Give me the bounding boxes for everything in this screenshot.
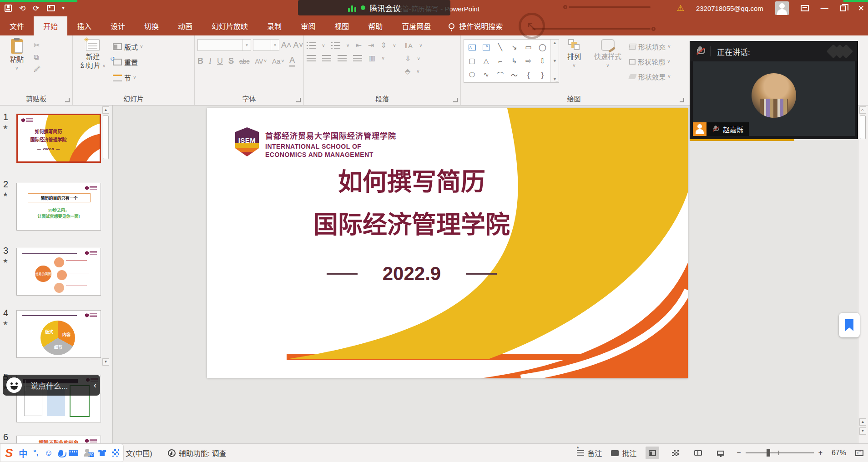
dialog-launcher-icon[interactable] — [296, 98, 301, 102]
elbow-connector-icon[interactable]: ⌐ — [498, 57, 502, 65]
new-slide-button[interactable]: 新建 幻灯片 ˅ — [76, 39, 110, 93]
scroll-down-icon[interactable]: ▼ — [102, 358, 109, 366]
align-left-icon[interactable] — [307, 55, 316, 61]
line-spacing-icon[interactable]: ⇕ — [381, 42, 387, 49]
account-email[interactable]: 2320718055@qq.com — [696, 5, 763, 12]
layout-button[interactable]: 版式˅ — [113, 42, 143, 51]
shape-outline-button[interactable]: 形状轮廓˅ — [629, 57, 671, 66]
ime-voice-icon[interactable] — [59, 450, 63, 456]
grow-font-icon[interactable]: A˄ — [281, 41, 292, 49]
underline-button[interactable]: U — [217, 56, 223, 66]
ime-toolbar[interactable]: S 中 °, ☺ 20 — [0, 444, 124, 462]
warning-icon[interactable]: ⚠ — [677, 3, 684, 13]
ime-punctuation[interactable]: °, — [33, 449, 38, 457]
textbox-shape-icon[interactable]: A — [469, 45, 476, 50]
slide-thumbnail-3[interactable]: 优秀的简历 — [16, 248, 101, 296]
ime-toolbox-icon[interactable] — [112, 449, 119, 457]
normal-view-button[interactable] — [646, 447, 659, 459]
right-brace-shape-icon[interactable]: } — [541, 71, 544, 79]
tab-help[interactable]: 帮助 — [358, 16, 392, 35]
character-spacing-button[interactable]: AV˅ — [255, 58, 267, 65]
ime-language-label[interactable]: 文(中国) — [126, 447, 152, 458]
vertical-textbox-shape-icon[interactable]: A — [483, 45, 490, 50]
emoji-icon[interactable] — [6, 377, 22, 393]
notes-button[interactable]: 备注 — [577, 447, 602, 458]
shapes-gallery[interactable]: A A ╲ ↘ ▭ ◯ ▢ △ ⌐ ↳ ⇨ ⇩ ⬡ ∿ ⌒ 〜 { } ▲ — [464, 39, 559, 83]
line-shape-icon[interactable]: ╲ — [498, 43, 502, 51]
tab-home[interactable]: 开始 — [34, 16, 67, 35]
freeform-shape-icon[interactable]: ⬡ — [469, 70, 475, 79]
arrow-shape-icon[interactable]: ↘ — [511, 43, 517, 51]
dialog-launcher-icon[interactable] — [65, 98, 70, 102]
ime-login-icon[interactable]: 20 — [84, 449, 93, 457]
scroll-up-icon[interactable]: ᨈ — [859, 106, 866, 114]
bold-button[interactable]: B — [197, 56, 203, 66]
scrollbar-thumb[interactable] — [860, 116, 866, 139]
slide-thumbnail-4[interactable]: 版式 内容 细节 — [16, 310, 101, 358]
tab-baidu-netdisk[interactable]: 百度网盘 — [392, 16, 440, 35]
text-direction-icon[interactable]: ‖A — [405, 42, 413, 50]
dialog-launcher-icon[interactable] — [453, 98, 458, 102]
shape-effects-button[interactable]: 形状效果˅ — [629, 72, 671, 81]
reset-button[interactable]: 重置 — [113, 57, 143, 67]
tab-file[interactable]: 文件 — [0, 16, 34, 35]
align-text-icon[interactable]: ⇳ — [405, 55, 411, 62]
zoom-track[interactable] — [746, 452, 814, 453]
slide-sorter-view-button[interactable] — [668, 447, 682, 459]
scrollbar-thumb[interactable] — [103, 116, 109, 159]
tab-design[interactable]: 设计 — [101, 16, 135, 35]
tab-insert[interactable]: 插入 — [67, 16, 101, 35]
format-painter-icon[interactable]: 🖉 — [34, 65, 41, 73]
numbering-icon[interactable] — [331, 42, 340, 49]
fit-slide-to-window-icon[interactable] — [855, 450, 863, 456]
slide-thumbnail-2[interactable]: 简历的目的只有一个 20秒之内， 让面试官想要见你一面! — [16, 183, 101, 231]
minimize-button[interactable]: — — [821, 4, 828, 13]
slide-thumbnail-1[interactable]: 如何撰写简历 国际经济管理学院 — 2022.9 — — [16, 114, 101, 163]
thumbnail-scrollbar[interactable]: ▲ ▼ — [102, 105, 110, 443]
bullets-icon[interactable] — [307, 42, 316, 49]
shadow-button[interactable]: S — [228, 56, 234, 66]
gallery-expand-icon[interactable]: ▼̲ — [553, 77, 557, 81]
bookmark-button[interactable] — [839, 313, 860, 337]
strikethrough-button[interactable]: abc — [239, 58, 250, 65]
zoom-in-icon[interactable]: + — [818, 449, 823, 457]
elbow-arrow-connector-icon[interactable]: ↳ — [511, 57, 517, 65]
restore-button[interactable] — [840, 5, 846, 11]
zoom-thumb[interactable] — [767, 449, 770, 457]
font-name-combo[interactable]: ▾ — [197, 39, 251, 51]
ime-keyboard-icon[interactable] — [69, 450, 78, 456]
tab-review[interactable]: 审阅 — [291, 16, 325, 35]
justify-icon[interactable] — [353, 55, 362, 61]
rounded-rectangle-shape-icon[interactable]: ▢ — [469, 57, 475, 65]
slideshow-view-button[interactable] — [714, 447, 727, 459]
slide-scrollbar[interactable]: ᨈ ▲ ▼ — [858, 105, 868, 443]
accessibility-status[interactable]: 辅助功能: 调查 — [168, 447, 227, 458]
font-size-combo[interactable]: ▾ — [253, 39, 279, 51]
columns-icon[interactable]: ▥ — [368, 55, 375, 62]
scribble-shape-icon[interactable]: ∿ — [483, 70, 489, 79]
meeting-video-panel[interactable]: 正在讲话: 赵嘉烁 — [690, 41, 858, 139]
section-button[interactable]: 节˅ — [113, 73, 143, 82]
scroll-up-icon[interactable]: ▲ — [553, 40, 557, 45]
oval-shape-icon[interactable]: ◯ — [539, 43, 546, 51]
triangle-shape-icon[interactable]: △ — [484, 57, 489, 65]
next-slide-icon[interactable]: ▼ — [859, 427, 866, 435]
tell-me-search[interactable]: 操作说明搜索 — [449, 16, 503, 35]
rectangle-shape-icon[interactable]: ▭ — [525, 43, 531, 51]
close-button[interactable]: ✕ — [858, 4, 864, 13]
change-case-button[interactable]: Aa˅ — [272, 57, 284, 65]
tab-view[interactable]: 视图 — [325, 16, 358, 35]
ime-emoji-icon[interactable]: ☺ — [44, 448, 53, 458]
font-color-button[interactable]: A — [289, 55, 295, 67]
increase-indent-icon[interactable]: ⇥ — [368, 42, 374, 49]
paste-button[interactable]: 粘贴 ˅ — [3, 39, 31, 93]
italic-button[interactable]: I — [209, 56, 212, 66]
arc-shape-icon[interactable]: ⌒ — [497, 70, 504, 80]
shrink-font-icon[interactable]: A˅ — [293, 41, 304, 49]
tab-animations[interactable]: 动画 — [168, 16, 202, 35]
collapse-chevron-icon[interactable]: ‹ — [94, 381, 96, 390]
ribbon-display-options-icon[interactable] — [801, 5, 809, 11]
scroll-down-icon[interactable]: ▼ — [553, 59, 557, 63]
quick-styles-button[interactable]: 快速样式˅ — [589, 39, 626, 93]
reading-view-button[interactable] — [691, 447, 705, 459]
